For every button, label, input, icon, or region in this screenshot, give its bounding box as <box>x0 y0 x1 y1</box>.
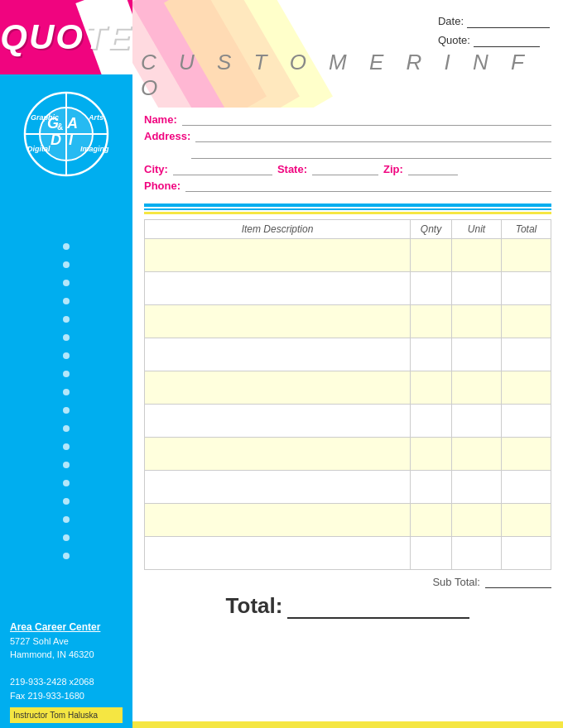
cell-total[interactable] <box>502 272 551 305</box>
subtotal-value[interactable] <box>485 575 551 588</box>
cell-total[interactable] <box>502 438 551 471</box>
total-value[interactable] <box>287 601 469 619</box>
dot <box>63 553 70 559</box>
cell-unit[interactable] <box>452 471 502 504</box>
cell-unit[interactable] <box>452 305 502 338</box>
dot <box>63 243 70 250</box>
total-row: Total: <box>144 593 551 619</box>
stripe-blue-thin <box>144 208 551 210</box>
cell-unit[interactable] <box>452 338 502 371</box>
bottom-yellow-stripe <box>132 721 563 728</box>
cell-total[interactable] <box>502 405 551 438</box>
stripe-blue-thick <box>144 204 551 207</box>
cell-qty[interactable] <box>411 537 452 570</box>
total-label: Total: <box>226 593 283 619</box>
dot <box>63 352 70 359</box>
logo-area: Graphic Arts Digital Imaging G A & D I <box>17 84 116 184</box>
table-row <box>145 438 551 471</box>
form-area: Name: Address: Address: City: State: Zip… <box>132 108 563 199</box>
table-row <box>145 405 551 438</box>
cell-unit[interactable] <box>452 272 502 305</box>
cell-desc[interactable] <box>145 338 411 371</box>
street-address: 5727 Sohl Ave <box>10 636 69 646</box>
cell-qty[interactable] <box>411 371 452 405</box>
instructor-label: Instructor Tom Haluska <box>10 707 123 723</box>
table-row <box>145 272 551 305</box>
dot <box>63 389 70 395</box>
quote-field-row: Quote: <box>438 31 550 50</box>
city-input[interactable] <box>173 162 272 175</box>
col-description: Item Description <box>145 220 411 239</box>
main-content: Date: Quote: C U S T O M E R I N F O Nam… <box>132 0 563 728</box>
date-field-row: Date: <box>438 12 550 31</box>
cell-qty[interactable] <box>411 504 452 537</box>
col-qty: Qnty <box>411 220 452 239</box>
dot <box>63 480 70 486</box>
dot <box>63 534 70 541</box>
cell-desc[interactable] <box>145 471 411 504</box>
dot <box>63 371 70 377</box>
table-row <box>145 371 551 405</box>
zip-input[interactable] <box>408 162 458 175</box>
cell-unit[interactable] <box>452 504 502 537</box>
sidebar: QUOTE Graphic Arts Digital Imaging G A &… <box>0 0 132 728</box>
cell-desc[interactable] <box>145 537 411 570</box>
svg-text:Imaging: Imaging <box>80 145 109 153</box>
cell-desc[interactable] <box>145 438 411 471</box>
date-input[interactable] <box>467 15 550 28</box>
svg-text:&: & <box>57 122 63 132</box>
cell-total[interactable] <box>502 338 551 371</box>
address-input-2[interactable] <box>191 146 551 159</box>
table-row <box>145 471 551 504</box>
table-header-row: Item Description Qnty Unit Total <box>145 220 551 239</box>
cell-qty[interactable] <box>411 405 452 438</box>
name-input[interactable] <box>182 113 551 126</box>
state-input[interactable] <box>312 162 378 175</box>
cell-qty[interactable] <box>411 305 452 338</box>
stripe-yellow <box>144 212 551 214</box>
cell-desc[interactable] <box>145 405 411 438</box>
dot <box>63 516 70 523</box>
cell-total[interactable] <box>502 471 551 504</box>
cell-unit[interactable] <box>452 405 502 438</box>
cell-qty[interactable] <box>411 239 452 272</box>
dot <box>63 298 70 304</box>
cell-total[interactable] <box>502 504 551 537</box>
dot <box>63 462 70 468</box>
cell-unit[interactable] <box>452 438 502 471</box>
cell-desc[interactable] <box>145 504 411 537</box>
cell-qty[interactable] <box>411 338 452 371</box>
cell-desc[interactable] <box>145 239 411 272</box>
svg-text:Arts: Arts <box>88 113 103 122</box>
table-row <box>145 305 551 338</box>
quote-number-label: Quote: <box>438 31 470 50</box>
stripe-divider <box>132 204 563 214</box>
subtotal-label: Sub Total: <box>432 576 480 588</box>
cell-unit[interactable] <box>452 239 502 272</box>
cell-desc[interactable] <box>145 272 411 305</box>
cell-unit[interactable] <box>452 371 502 405</box>
cell-desc[interactable] <box>145 305 411 338</box>
svg-text:Digital: Digital <box>27 145 51 153</box>
phone-number: 219-933-2428 x2068 <box>10 677 94 687</box>
area-career-center-link[interactable]: Area Career Center <box>10 621 100 633</box>
cell-desc[interactable] <box>145 371 411 405</box>
dot <box>63 261 70 268</box>
cell-qty[interactable] <box>411 272 452 305</box>
cell-qty[interactable] <box>411 471 452 504</box>
cell-unit[interactable] <box>452 537 502 570</box>
dot <box>63 425 70 432</box>
address-input-1[interactable] <box>195 129 551 142</box>
cell-total[interactable] <box>502 537 551 570</box>
cell-total[interactable] <box>502 371 551 405</box>
cell-total[interactable] <box>502 239 551 272</box>
dot <box>63 443 70 450</box>
cell-total[interactable] <box>502 305 551 338</box>
cell-qty[interactable] <box>411 438 452 471</box>
phone-input[interactable] <box>185 179 551 192</box>
dot <box>63 280 70 286</box>
quote-number-input[interactable] <box>474 34 540 47</box>
zip-label: Zip: <box>383 163 403 175</box>
quote-banner: QUOTE <box>0 0 132 74</box>
date-label: Date: <box>438 12 464 31</box>
